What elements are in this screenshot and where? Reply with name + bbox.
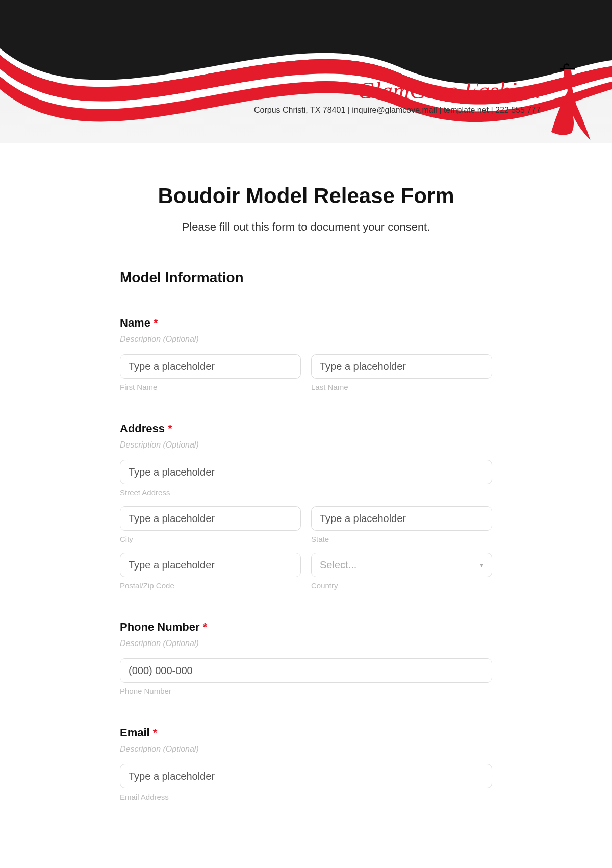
brand-contact: Corpus Christi, TX 78401 | inquire@glamc…	[254, 106, 541, 115]
label-phone: Phone Number *	[120, 621, 492, 634]
label-phone-text: Phone Number	[120, 621, 199, 633]
sublabel-last-name: Last Name	[311, 383, 492, 391]
section-title-model-info: Model Information	[120, 269, 492, 286]
field-group-address: Address * Description (Optional) Street …	[120, 422, 492, 590]
sublabel-phone: Phone Number	[120, 687, 492, 696]
input-state[interactable]	[311, 506, 492, 531]
input-phone[interactable]	[120, 658, 492, 683]
required-mark: *	[168, 422, 172, 435]
field-group-phone: Phone Number * Description (Optional) Ph…	[120, 621, 492, 696]
sublabel-first-name: First Name	[120, 383, 301, 391]
required-mark: *	[203, 621, 208, 633]
sublabel-email: Email Address	[120, 792, 492, 801]
brand-name: GlamCove Fashion	[254, 79, 541, 103]
sublabel-state: State	[311, 535, 492, 543]
input-postal[interactable]	[120, 553, 301, 577]
label-name: Name *	[120, 316, 492, 330]
required-mark: *	[153, 726, 158, 739]
label-address-text: Address	[120, 422, 165, 435]
form-title: Boudoir Model Release Form	[120, 184, 492, 208]
brand-block: GlamCove Fashion Corpus Christi, TX 7840…	[254, 79, 541, 115]
dress-logo-icon	[541, 61, 597, 143]
desc-address: Description (Optional)	[120, 440, 492, 450]
input-email[interactable]	[120, 764, 492, 788]
sublabel-country: Country	[311, 581, 492, 590]
field-group-email: Email * Description (Optional) Email Add…	[120, 726, 492, 801]
field-group-name: Name * Description (Optional) First Name…	[120, 316, 492, 391]
header-banner: GlamCove Fashion Corpus Christi, TX 7840…	[0, 0, 612, 143]
form-subtitle: Please fill out this form to document yo…	[120, 220, 492, 234]
desc-name: Description (Optional)	[120, 335, 492, 344]
sublabel-street: Street Address	[120, 488, 492, 497]
desc-phone: Description (Optional)	[120, 639, 492, 648]
chevron-down-icon: ▾	[480, 561, 483, 569]
input-last-name[interactable]	[311, 354, 492, 379]
label-email: Email *	[120, 726, 492, 739]
desc-email: Description (Optional)	[120, 745, 492, 754]
label-name-text: Name	[120, 316, 150, 329]
label-email-text: Email	[120, 726, 150, 739]
input-first-name[interactable]	[120, 354, 301, 379]
required-mark: *	[154, 316, 158, 329]
select-country-placeholder: Select...	[320, 559, 356, 571]
form-container: Boudoir Model Release Form Please fill o…	[61, 184, 551, 801]
wave-graphic	[0, 0, 612, 143]
input-city[interactable]	[120, 506, 301, 531]
input-street[interactable]	[120, 460, 492, 484]
label-address: Address *	[120, 422, 492, 435]
select-country[interactable]: Select... ▾	[311, 553, 492, 577]
sublabel-city: City	[120, 535, 301, 543]
sublabel-postal: Postal/Zip Code	[120, 581, 301, 590]
